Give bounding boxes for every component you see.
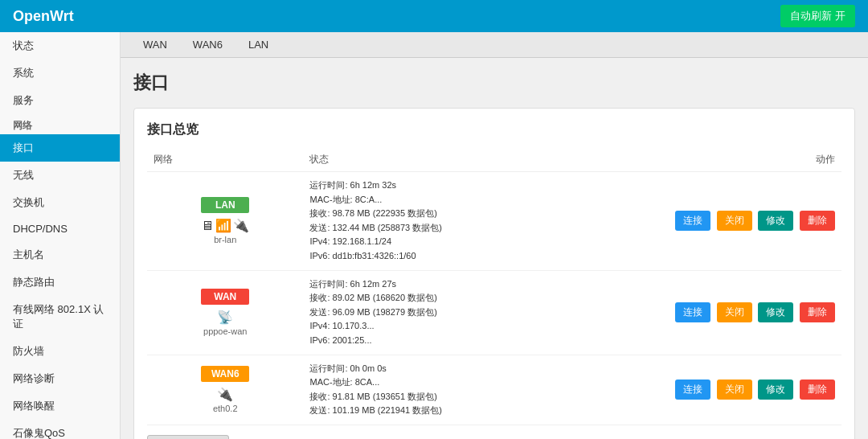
tab-wan[interactable]: WAN (133, 32, 177, 57)
wan6-close-button[interactable]: 关闭 (717, 380, 752, 400)
tab-wan6[interactable]: WAN6 (183, 32, 232, 57)
sidebar-item-wireless[interactable]: 无线 (0, 162, 120, 189)
lan-close-button[interactable]: 关闭 (717, 211, 752, 231)
layout: 状态 系统 服务 网络 接口 无线 交换机 DHCP/DNS 主机名 静态路由 … (0, 32, 868, 439)
lan-connect-button[interactable]: 连接 (675, 211, 710, 231)
wan-actions: 连接 关闭 修改 删除 (553, 302, 835, 322)
wan6-device-label: eth0.2 (213, 404, 238, 413)
sidebar-item-8021x[interactable]: 有线网络 802.1X 认证 (0, 296, 120, 338)
sidebar-item-net-diag[interactable]: 网络诊断 (0, 365, 120, 392)
col-actions: 动作 (547, 148, 841, 172)
sidebar-item-switch[interactable]: 交换机 (0, 189, 120, 216)
sidebar: 状态 系统 服务 网络 接口 无线 交换机 DHCP/DNS 主机名 静态路由 … (0, 32, 121, 439)
lan-edit-button[interactable]: 修改 (758, 211, 793, 231)
sidebar-item-hosts[interactable]: 主机名 (0, 241, 120, 269)
sidebar-item-static-routes[interactable]: 静态路由 (0, 269, 120, 296)
sidebar-item-system[interactable]: 系统 (0, 59, 120, 87)
wan6-edit-button[interactable]: 修改 (758, 380, 793, 400)
tab-bar: WAN WAN6 LAN (121, 32, 868, 58)
sidebar-item-net-bridge[interactable]: 网络唤醒 (0, 392, 120, 420)
logo: OpenWrt (13, 8, 74, 25)
overview-section: 接口总览 网络 状态 动作 (133, 108, 855, 439)
auto-refresh-button[interactable]: 自动刷新 开 (780, 5, 855, 27)
col-status: 状态 (303, 148, 547, 172)
tab-lan[interactable]: LAN (239, 32, 278, 57)
wan6-device-icons: 🔌 (217, 387, 233, 402)
sidebar-item-firewall[interactable]: 防火墙 (0, 338, 120, 365)
sidebar-item-qos1[interactable]: 石像鬼QoS (0, 420, 120, 439)
table-row: WAN6 🔌 eth0.2 运行时间: 0h 0m 0s (147, 355, 841, 425)
lan-computer-icon: 🖥 (201, 219, 214, 233)
sidebar-item-service[interactable]: 服务 (0, 87, 120, 114)
lan-actions: 连接 关闭 修改 删除 (553, 211, 835, 231)
wan-close-button[interactable]: 关闭 (717, 302, 752, 322)
wan6-connect-button[interactable]: 连接 (675, 380, 710, 400)
lan-network-cell: LAN 🖥 📶 🔌 br-lan (154, 197, 297, 244)
wan6-network-cell: WAN6 🔌 eth0.2 (154, 366, 297, 413)
lan-delete-button[interactable]: 删除 (800, 211, 835, 231)
sidebar-section-network: 网络 (0, 114, 120, 134)
lan-device-label: br-lan (214, 235, 236, 244)
wan-badge: WAN (201, 289, 249, 305)
add-interface-button[interactable]: 添加新接口... (147, 435, 229, 439)
lan-status: 运行时间: 6h 12m 32s MAC-地址: 8C:A... 接收: 98.… (309, 178, 540, 264)
wan6-network-icon: 🔌 (217, 387, 233, 402)
main-content: WAN WAN6 LAN 接口 接口总览 网络 状态 动作 (121, 32, 868, 439)
sidebar-item-status[interactable]: 状态 (0, 32, 120, 59)
lan-connection-icon: 📶 (215, 218, 231, 233)
table-row: LAN 🖥 📶 🔌 br-lan (147, 172, 841, 271)
wan6-badge: WAN6 (201, 366, 249, 382)
sidebar-item-dhcp-dns[interactable]: DHCP/DNS (0, 216, 120, 241)
wan-connect-button[interactable]: 连接 (675, 302, 710, 322)
wan-network-icon: 📡 (217, 310, 233, 325)
page-title: 接口 (133, 71, 855, 95)
table-row: WAN 📡 pppoe-wan 运行时间: 6h 12m 27s (147, 270, 841, 355)
lan-network-icon: 🔌 (233, 218, 249, 233)
wan-edit-button[interactable]: 修改 (758, 302, 793, 322)
sidebar-item-interface[interactable]: 接口 (0, 134, 120, 162)
lan-device-icons: 🖥 📶 🔌 (201, 218, 249, 233)
header: OpenWrt 自动刷新 开 (0, 0, 868, 32)
wan-delete-button[interactable]: 删除 (800, 302, 835, 322)
overview-section-title: 接口总览 (147, 121, 841, 138)
lan-badge: LAN (201, 197, 249, 213)
wan-device-icons: 📡 (217, 310, 233, 325)
wan-device-label: pppoe-wan (203, 326, 247, 336)
page-content: 接口 接口总览 网络 状态 动作 (121, 58, 868, 439)
wan6-actions: 连接 关闭 修改 删除 (553, 380, 835, 400)
col-network: 网络 (147, 148, 303, 172)
interface-table: 网络 状态 动作 LAN 🖥 (147, 148, 841, 425)
wan6-status: 运行时间: 0h 0m 0s MAC-地址: 8CA... 接收: 91.81 … (309, 362, 540, 418)
wan6-delete-button[interactable]: 删除 (800, 380, 835, 400)
wan-status: 运行时间: 6h 12m 27s 接收: 89.02 MB (168620 数据… (309, 277, 540, 348)
wan-network-cell: WAN 📡 pppoe-wan (154, 289, 297, 336)
